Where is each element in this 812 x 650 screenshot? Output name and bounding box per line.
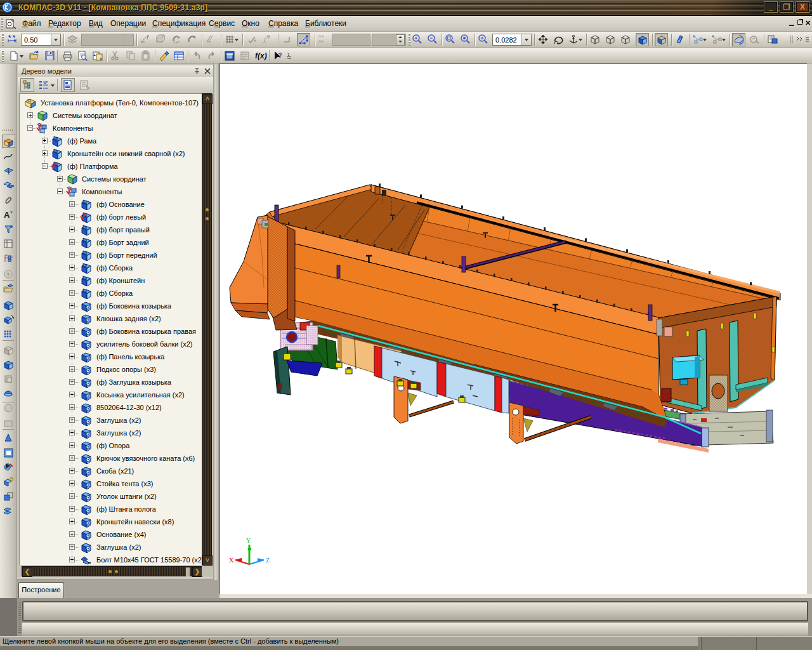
- svg-text:A: A: [4, 210, 10, 220]
- svg-text:X: X: [229, 557, 234, 564]
- svg-text:f(x): f(x): [255, 51, 267, 60]
- svg-text:Y+: Y+: [318, 34, 324, 39]
- svg-text:Y: Y: [246, 537, 251, 544]
- svg-text:Z: Z: [266, 557, 270, 564]
- svg-text:?: ?: [278, 51, 282, 59]
- svg-text:X+: X+: [318, 39, 324, 44]
